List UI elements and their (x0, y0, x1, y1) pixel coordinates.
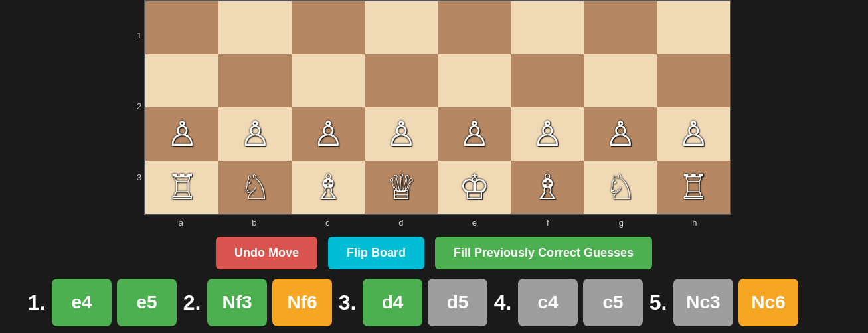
cell-r1-c5[interactable] (511, 54, 584, 107)
cell-r3-c4[interactable]: ♔ (438, 161, 511, 214)
move-number-1: 1. (27, 291, 46, 315)
cell-r2-c3[interactable]: ♙ (365, 107, 438, 161)
move-white-5[interactable]: Nc3 (673, 279, 733, 326)
file-label-a: a (144, 218, 217, 228)
cell-r0-c6[interactable] (584, 1, 657, 54)
move-black-2[interactable]: Nf6 (272, 279, 332, 326)
cell-r1-c4[interactable] (438, 54, 511, 107)
move-white-3[interactable]: d4 (363, 279, 422, 326)
move-number-4: 4. (493, 291, 513, 315)
cell-r3-c3[interactable]: ♕ (365, 161, 438, 214)
moves-row: 1.e4e52.Nf3Nf63.d4d54.c4c55.Nc3Nc6 (0, 279, 868, 326)
cell-r1-c0[interactable] (145, 54, 218, 107)
cell-r2-c6[interactable]: ♙ (584, 107, 657, 161)
cell-r3-c0[interactable]: ♖ (145, 161, 218, 214)
cell-r3-c7[interactable]: ♖ (657, 161, 730, 214)
cell-r0-c5[interactable] (511, 1, 584, 54)
file-label-e: e (438, 218, 511, 228)
cell-r2-c5[interactable]: ♙ (511, 107, 584, 161)
cell-r1-c7[interactable] (657, 54, 730, 107)
cell-r2-c2[interactable]: ♙ (292, 107, 365, 161)
cell-r3-c2[interactable]: ♗ (292, 161, 365, 214)
rank-label-1: 1 (137, 9, 141, 62)
cell-r2-c0[interactable]: ♙ (145, 107, 218, 161)
file-label-c: c (291, 218, 364, 228)
move-black-4[interactable]: c5 (583, 279, 643, 326)
move-black-3[interactable]: d5 (428, 279, 487, 326)
cell-r1-c1[interactable] (218, 54, 292, 107)
cell-r1-c6[interactable] (584, 54, 657, 107)
file-label-g: g (584, 218, 657, 228)
cell-r2-c4[interactable]: ♙ (438, 107, 511, 161)
cell-r1-c3[interactable] (365, 54, 438, 107)
fill-guesses-button[interactable]: Fill Previously Correct Guesses (435, 237, 652, 269)
file-label-f: f (511, 218, 584, 228)
move-white-2[interactable]: Nf3 (207, 279, 267, 326)
move-number-5: 5. (648, 291, 668, 315)
undo-move-button[interactable]: Undo Move (216, 237, 317, 269)
file-label-d: d (365, 218, 438, 228)
cell-r3-c5[interactable]: ♗ (511, 161, 584, 214)
rank-label-3: 3 (137, 151, 141, 204)
buttons-row: Undo Move Flip Board Fill Previously Cor… (216, 237, 652, 269)
cell-r0-c7[interactable] (657, 1, 730, 54)
cell-r0-c3[interactable] (365, 1, 438, 54)
move-black-5[interactable]: Nc6 (738, 279, 798, 326)
cell-r2-c1[interactable]: ♙ (218, 107, 292, 161)
cell-r0-c1[interactable] (218, 1, 292, 54)
cell-r3-c1[interactable]: ♘ (218, 161, 292, 214)
move-white-4[interactable]: c4 (518, 279, 578, 326)
board-and-files: ♙♙♙♙♙♙♙♙♖♘♗♕♔♗♘♖ a b c d e f g h (144, 0, 731, 228)
cell-r0-c2[interactable] (292, 1, 365, 54)
cell-r2-c7[interactable]: ♙ (657, 107, 730, 161)
file-label-h: h (658, 218, 731, 228)
move-number-3: 3. (337, 291, 357, 315)
flip-board-button[interactable]: Flip Board (328, 237, 424, 269)
board-wrapper: 3 2 1 ♙♙♙♙♙♙♙♙♖♘♗♕♔♗♘♖ a b c d e f g h (137, 0, 731, 228)
cell-r1-c2[interactable] (292, 54, 365, 107)
move-black-1[interactable]: e5 (117, 279, 177, 326)
move-number-2: 2. (182, 291, 202, 315)
cell-r0-c4[interactable] (438, 1, 511, 54)
file-labels: a b c d e f g h (144, 215, 731, 228)
rank-labels: 3 2 1 (137, 0, 144, 228)
rank-label-2: 2 (137, 80, 141, 133)
move-white-1[interactable]: e4 (52, 279, 112, 326)
cell-r3-c6[interactable]: ♘ (584, 161, 657, 214)
cell-r0-c0[interactable] (145, 1, 218, 54)
chess-board: ♙♙♙♙♙♙♙♙♖♘♗♕♔♗♘♖ (144, 0, 731, 215)
file-label-b: b (218, 218, 291, 228)
